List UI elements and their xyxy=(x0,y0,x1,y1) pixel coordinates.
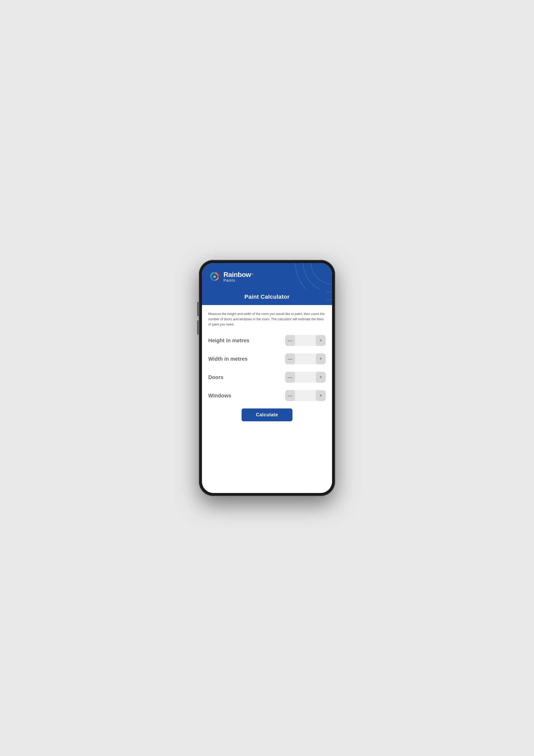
height-increment-button[interactable]: + xyxy=(316,335,326,346)
width-stepper: — + xyxy=(285,353,326,364)
height-decrement-button[interactable]: — xyxy=(285,335,295,346)
logo-brand-name: Rainbow™ xyxy=(223,271,254,278)
logo-area: Rainbow™ Paints xyxy=(208,270,326,289)
doors-increment-button[interactable]: + xyxy=(316,372,326,383)
height-label: Height in metres xyxy=(208,338,249,344)
page-title: Paint Calculator xyxy=(244,293,290,300)
header-title-bar: Paint Calculator xyxy=(208,289,326,305)
windows-increment-button[interactable]: + xyxy=(316,390,326,401)
logo-tagline: Paints xyxy=(223,279,254,282)
doors-decrement-button[interactable]: — xyxy=(285,372,295,383)
phone-screen: Rainbow™ Paints Paint Calculator Measure… xyxy=(202,263,332,493)
svg-point-5 xyxy=(214,276,215,277)
windows-label: Windows xyxy=(208,393,231,399)
windows-row: Windows — + xyxy=(208,390,326,401)
height-row: Height in metres — + xyxy=(208,335,326,346)
width-increment-button[interactable]: + xyxy=(316,353,326,364)
doors-label: Doors xyxy=(208,374,223,380)
app-content: Measure the height and width of the room… xyxy=(202,305,332,493)
calculate-button-wrapper: Calculate xyxy=(208,408,326,421)
height-stepper: — + xyxy=(285,335,326,346)
description-text: Measure the height and width of the room… xyxy=(208,311,326,327)
calculate-button[interactable]: Calculate xyxy=(242,408,293,421)
width-decrement-button[interactable]: — xyxy=(285,353,295,364)
rainbow-logo-icon xyxy=(208,270,221,283)
windows-stepper: — + xyxy=(285,390,326,401)
doors-row: Doors — + xyxy=(208,372,326,383)
app-header: Rainbow™ Paints Paint Calculator xyxy=(202,263,332,305)
windows-decrement-button[interactable]: — xyxy=(285,390,295,401)
logo-text-group: Rainbow™ Paints xyxy=(223,271,254,282)
doors-stepper: — + xyxy=(285,372,326,383)
width-row: Width in metres — + xyxy=(208,353,326,364)
phone-frame: Rainbow™ Paints Paint Calculator Measure… xyxy=(199,260,335,496)
width-label: Width in metres xyxy=(208,356,248,362)
